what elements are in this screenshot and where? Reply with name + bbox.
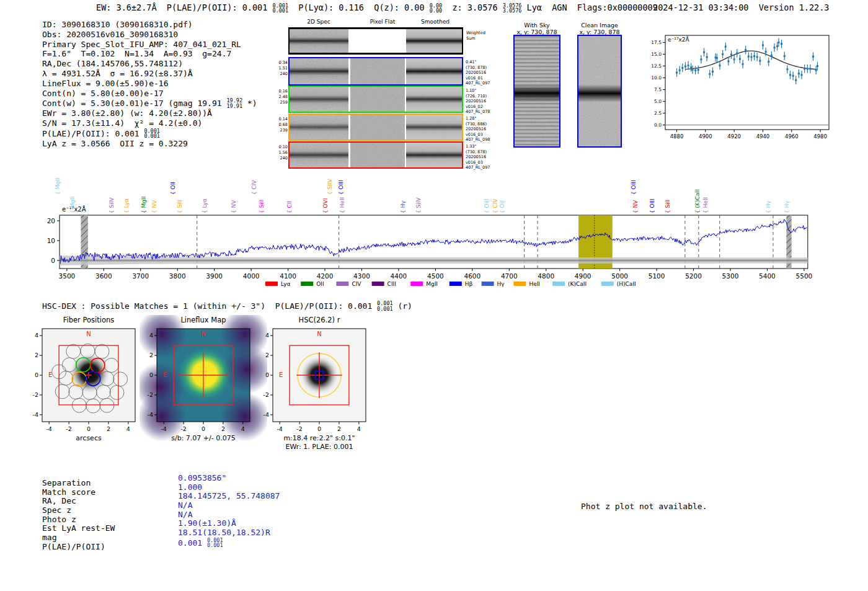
line-id-label: { HeII [339, 197, 345, 213]
info-line: LineFlux = 9.00(±5.90)e-16 [42, 79, 257, 89]
match-label: Match score [42, 487, 95, 497]
spec2d-strip-flat [350, 143, 405, 167]
cutout-xtick: 0 [317, 425, 321, 432]
line-id-label: { OIII [338, 180, 344, 195]
info-line: EWr = 3.80(±2.80) (w: 4.20(±2.80))Å [42, 109, 257, 118]
report-timestamp: 2024-12-31 03:34:00 [653, 2, 748, 12]
legend-swatch [410, 282, 423, 286]
spec2d-row-left-labels: 0.101.56240 [273, 144, 288, 161]
spec2d-right-label: 407_RL_098 [466, 137, 504, 143]
spectrum-xtick-label: 5500 [796, 272, 813, 280]
match-label: RA, Dec [42, 496, 76, 505]
spec2d-right-label: 1.33" [466, 144, 504, 149]
spec2d-strip-smooth [406, 115, 462, 140]
info-line: P(LAE)/P(OII): 0.001 0.0010.001 [42, 128, 257, 139]
match-value: 1.000 [178, 483, 202, 492]
fit-xtick-label: 4980 [813, 133, 827, 140]
fit-ytick-label: 12.5 [651, 63, 662, 69]
spectrum-xtick-label: 5100 [649, 272, 665, 280]
spec2d-left-label: 0.68 [273, 122, 288, 128]
spectrum-xtick-label: 4900 [575, 272, 591, 280]
stack-lo: 0.001 [272, 8, 288, 14]
2d-spectra-panel: 2D SpecPixel FlatSmoothedWeightedSum0.34… [288, 19, 512, 174]
spec2d-right-label: (730, 886) [466, 122, 504, 127]
text-run: (r) [393, 301, 412, 311]
fit-point [786, 68, 788, 70]
spec2d-strip-noise [290, 29, 348, 53]
match-value-text: 0.001 [178, 538, 202, 547]
cutout-title: Fiber Positions [63, 316, 115, 324]
line-id-label: { SiII [665, 200, 671, 213]
fit-point [745, 49, 746, 51]
spectrum-xtick-label: 5000 [611, 272, 628, 280]
text-run: P(LAE)/P(OII): 0.001 [42, 128, 144, 138]
stacked-interval: 0.0010.001 [377, 301, 393, 311]
match-table-row: P(LAE)/P(OII)0.001 0.0010.001 [42, 543, 115, 552]
cutout-xtick: -2 [66, 425, 71, 432]
line-id-label: { CIV [492, 198, 498, 213]
spec2d-strip-smooth [406, 29, 462, 53]
stacked-interval: 0.0010.001 [207, 538, 223, 548]
line-id-label: { OVI [322, 198, 329, 213]
text-run: EW: 3.6±2.7Å P(LAE)/P(OII): 0.001 [96, 2, 272, 12]
fit-point [809, 68, 811, 69]
legend-swatch [301, 282, 313, 286]
line-id-label: { CII [286, 201, 293, 213]
spec2d-left-label: 0.10 [273, 144, 288, 150]
sky-panel-coords: x, y: 730, 878 [508, 29, 565, 35]
match-table-row: Est LyA rest-EW1.90(±1.30)Å [42, 524, 115, 533]
spectrum-xtick-label: 5400 [759, 272, 776, 280]
spec2d-right-label: 407_RL_097 [466, 81, 504, 86]
spec2d-right-label: 20200516 [466, 70, 504, 76]
fit-point [716, 57, 718, 59]
fit-point [781, 43, 782, 45]
cutout-ytick: -4 [264, 411, 269, 418]
line-id-label: { OIII [484, 198, 490, 213]
cutout-ytick: -4 [33, 411, 38, 418]
line-id-label: { SiII [259, 200, 265, 213]
line-id-label: { SiIV [108, 197, 115, 213]
match-value: 184.145725, 55.748087 [178, 492, 280, 501]
spec2d-strip-noise [290, 115, 348, 140]
fit-point [742, 63, 744, 65]
stack-lo: 0.00 [430, 8, 442, 14]
spec2d-right-label: (730, 878) [466, 149, 504, 155]
spec2d-strip-flat [350, 87, 405, 112]
legend-swatch [372, 282, 384, 286]
fit-point [692, 69, 694, 71]
legend-swatch [450, 282, 462, 286]
fit-xtick-label: 4920 [727, 133, 741, 140]
cutout-ytick: 0 [149, 371, 153, 378]
cutout-xtick: 2 [337, 425, 341, 432]
info-line: F=1.6" T=0.102 N=1.34 A=0.93 g=24.7 [42, 49, 257, 59]
cutout-xtick: -4 [277, 425, 282, 432]
stack-lo: 3.0576 [503, 8, 522, 14]
north-label: N [86, 331, 91, 337]
match-table-row: mag18.51(18.50,18.52)R [42, 533, 115, 543]
fit-ytick-label: 17.5 [651, 40, 662, 45]
fit-point [795, 79, 797, 81]
fit-point [777, 42, 779, 43]
legend-swatch [482, 282, 494, 286]
spec2d-right-label: v016_01 [466, 76, 504, 81]
match-table-row: Separation0.0953856" [42, 479, 115, 488]
spec2d-left-label: 259 [273, 100, 288, 105]
spec2d-row-left-labels: 0.140.68239 [273, 117, 288, 133]
spec2d-right-label: v016_03 [466, 160, 504, 166]
detection-info-block: ID: 3090168310 (3090168310.pdf)Obs: 2020… [42, 20, 257, 149]
north-label: N [201, 331, 205, 337]
fit-point [812, 56, 814, 58]
fit-xtick-label: 4900 [699, 133, 712, 140]
fit-point [817, 65, 818, 67]
cutout-xtick: 4 [241, 425, 245, 432]
line-id-label: { MgII [55, 178, 61, 195]
match-label: P(LAE)/P(OII) [42, 542, 105, 551]
spec2d-strip-noise [290, 143, 348, 167]
spectrum-ytick-label: 0 [51, 257, 55, 264]
cutout-xlabel: m:18.4 re:2.2" s:0.1" [283, 434, 355, 442]
cutout-ytick: 2 [265, 352, 269, 358]
cutout-ytick: -2 [264, 391, 269, 398]
spectrum-xtick-label: 4500 [427, 272, 444, 280]
spectrum-xtick-label: 4100 [280, 272, 296, 280]
cutout-title: Lineflux Map [180, 316, 226, 324]
